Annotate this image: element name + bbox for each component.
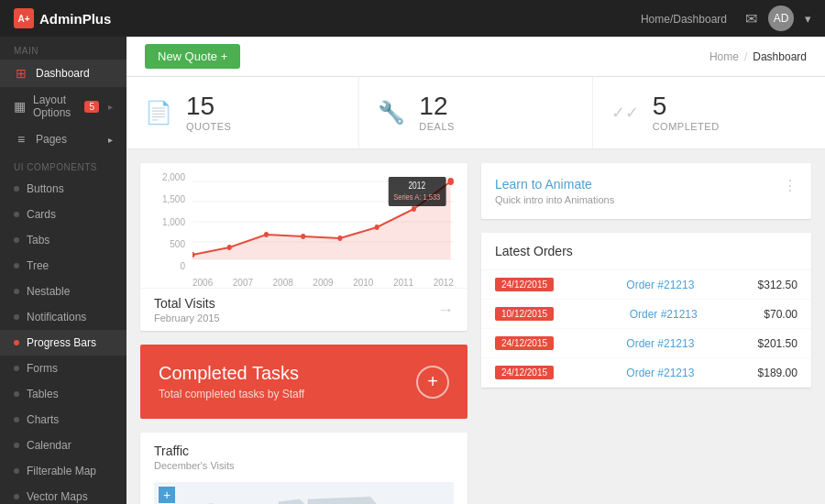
- avatar-dropdown-icon[interactable]: ▾: [805, 12, 811, 26]
- stat-completed: ✓✓ 5 COMPLETED: [593, 77, 825, 148]
- sidebar-item-label: Charts: [27, 413, 59, 426]
- stat-number: 12: [419, 93, 455, 119]
- chart-title: Total Visits: [154, 296, 220, 311]
- breadcrumb-separator: /: [744, 50, 747, 63]
- zoom-in-button[interactable]: +: [159, 487, 175, 503]
- svg-point-13: [447, 178, 454, 185]
- sidebar-item-label: Calendar: [27, 439, 72, 452]
- y-axis: 2,000 1,500 1,000 500 0: [154, 172, 185, 288]
- order-amount: $312.50: [758, 279, 798, 291]
- chart-arrow-icon[interactable]: →: [437, 301, 454, 320]
- sidebar-item-buttons[interactable]: Buttons: [0, 176, 126, 202]
- svg-point-11: [375, 225, 380, 230]
- brand: A+ AdminPlus: [14, 8, 111, 28]
- mail-icon[interactable]: ✉: [745, 10, 757, 27]
- sidebar-item-filterable-map[interactable]: Filterable Map: [0, 458, 126, 484]
- sidebar-item-tabs[interactable]: Tabs: [0, 227, 126, 253]
- order-row: 24/12/2015 Order #21213 $189.00: [481, 358, 811, 388]
- sidebar-item-label: Notifications: [27, 311, 86, 323]
- order-date-badge: 24/12/2015: [495, 366, 554, 379]
- deals-icon: 🔧: [378, 100, 405, 126]
- traffic-header: Traffic December's Visits: [140, 433, 468, 482]
- sidebar-item-calendar[interactable]: Calendar: [0, 433, 126, 458]
- breadcrumb: Home / Dashboard: [710, 50, 807, 63]
- sidebar-item-tree[interactable]: Tree: [0, 253, 126, 279]
- sidebar-item-pages[interactable]: ≡ Pages ▸: [0, 126, 126, 153]
- stat-deals: 🔧 12 DEALS: [359, 77, 592, 148]
- sidebar-item-progress-bars[interactable]: Progress Bars: [0, 330, 126, 356]
- sidebar-item-label: Layout Options: [33, 93, 77, 119]
- sidebar-item-charts[interactable]: Charts: [0, 407, 126, 433]
- sidebar-item-nestable[interactable]: Nestable: [0, 279, 126, 304]
- orders-title: Latest Orders: [495, 244, 573, 258]
- chart-card: 2,000 1,500 1,000 500 0: [140, 163, 468, 331]
- content-right: Learn to Animate Quick intro into Animat…: [481, 163, 811, 504]
- dot-icon: [14, 289, 19, 294]
- dot-icon: [14, 186, 19, 192]
- x-axis: 2006 2007 2008 2009 2010 2011 2012: [192, 278, 454, 288]
- dot-icon: [14, 366, 19, 371]
- sidebar-item-label: Pages: [36, 133, 67, 146]
- traffic-map: + −: [154, 482, 454, 504]
- sidebar-item-dashboard[interactable]: ⊞ Dashboard: [0, 60, 126, 87]
- topbar-nav: Home/Dashboard: [633, 12, 734, 26]
- content-area: 2,000 1,500 1,000 500 0: [126, 149, 825, 504]
- svg-point-8: [264, 232, 269, 237]
- sidebar-item-label: Forms: [27, 362, 58, 375]
- breadcrumb-current: Dashboard: [753, 50, 807, 63]
- dots-menu-button[interactable]: ⋮: [783, 177, 798, 194]
- completed-tasks-add-button[interactable]: +: [416, 366, 449, 399]
- sidebar-ui-title: UI COMPONENTS: [0, 153, 126, 176]
- svg-text:2012: 2012: [408, 181, 425, 191]
- order-amount: $70.00: [764, 308, 798, 321]
- order-row: 24/12/2015 Order #21213 $312.50: [481, 270, 811, 300]
- chart-svg: 2012 Series A: 1,533: [192, 172, 454, 273]
- nav-home[interactable]: Home/Dashboard: [641, 13, 727, 26]
- svg-point-12: [412, 206, 416, 212]
- dot-icon: [14, 494, 19, 499]
- dot-icon: [14, 237, 19, 243]
- new-quote-button[interactable]: New Quote +: [145, 44, 240, 69]
- sidebar-item-tables[interactable]: Tables: [0, 381, 126, 407]
- dot-icon: [14, 391, 19, 397]
- sidebar-main-title: MAIN: [0, 37, 126, 60]
- sidebar: MAIN ⊞ Dashboard ▦ Layout Options 5 ▸ ≡ …: [0, 37, 126, 504]
- sidebar-item-notifications[interactable]: Notifications: [0, 304, 126, 330]
- dot-icon: [14, 314, 19, 320]
- sidebar-item-label: Vector Maps: [27, 490, 88, 503]
- subheader: New Quote + Home / Dashboard: [126, 37, 825, 77]
- completed-tasks-title: Completed Tasks: [159, 363, 304, 384]
- order-link[interactable]: Order #21213: [630, 308, 698, 321]
- stat-label: COMPLETED: [653, 121, 720, 132]
- sidebar-item-vector-maps[interactable]: Vector Maps: [0, 484, 126, 504]
- order-link[interactable]: Order #21213: [626, 337, 694, 350]
- stat-quotes: 📄 15 QUOTES: [126, 77, 359, 148]
- pages-arrow: ▸: [108, 135, 113, 145]
- topbar: A+ AdminPlus Home/Dashboard ✉ AD ▾: [0, 0, 825, 37]
- order-link[interactable]: Order #21213: [626, 367, 694, 379]
- avatar: AD: [768, 5, 794, 31]
- sidebar-item-cards[interactable]: Cards: [0, 202, 126, 227]
- brand-icon: A+: [14, 8, 34, 28]
- svg-text:Series A: 1,533: Series A: 1,533: [393, 192, 440, 202]
- sidebar-item-label: Tree: [27, 259, 49, 272]
- content-left: 2,000 1,500 1,000 500 0: [140, 163, 468, 504]
- animate-title: Learn to Animate: [495, 177, 614, 192]
- sidebar-item-layout-options[interactable]: ▦ Layout Options 5 ▸: [0, 87, 126, 126]
- world-map-svg: [154, 482, 454, 504]
- zoom-controls: + −: [159, 487, 175, 504]
- order-date-badge: 24/12/2015: [495, 336, 554, 350]
- dot-icon: [14, 417, 19, 422]
- chart-subtitle: February 2015: [154, 312, 220, 323]
- traffic-card: Traffic December's Visits + −: [140, 433, 468, 504]
- sidebar-item-label: Dashboard: [36, 67, 90, 80]
- order-date-badge: 10/12/2015: [495, 307, 554, 321]
- order-link[interactable]: Order #21213: [626, 279, 694, 291]
- sidebar-item-label: Filterable Map: [27, 465, 96, 477]
- breadcrumb-home[interactable]: Home: [710, 50, 739, 63]
- sidebar-item-forms[interactable]: Forms: [0, 356, 126, 381]
- traffic-title: Traffic: [154, 444, 234, 458]
- order-row: 10/12/2015 Order #21213 $70.00: [481, 300, 811, 329]
- animate-card: Learn to Animate Quick intro into Animat…: [481, 163, 811, 219]
- sidebar-item-label: Progress Bars: [27, 336, 96, 349]
